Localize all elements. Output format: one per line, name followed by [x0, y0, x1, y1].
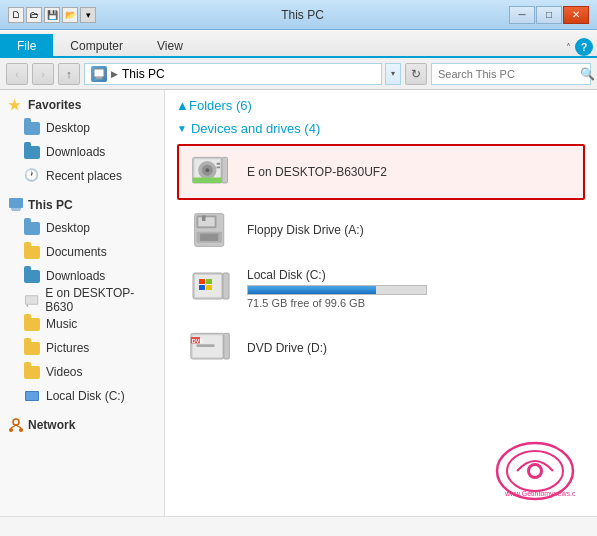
dvd-drive-icon: DVD	[189, 326, 233, 370]
svg-rect-23	[193, 178, 222, 184]
search-input[interactable]	[438, 68, 576, 80]
svg-text:DVD: DVD	[192, 338, 204, 344]
sidebar-item-documents[interactable]: Documents	[0, 240, 164, 264]
svg-rect-36	[199, 285, 205, 290]
device-info-c: Local Disk (C:) 71.5 GB free of 99.6 GB	[247, 268, 575, 309]
folders-header-text: Folders (6)	[189, 98, 252, 113]
sidebar-item-label: Documents	[46, 245, 107, 259]
ribbon-help-button[interactable]: ?	[575, 38, 593, 56]
address-bar: ‹ › ↑ ▶ This PC ▾ ↻ 🔍	[0, 58, 597, 90]
tab-file[interactable]: File	[0, 34, 53, 56]
sidebar-thispc-header[interactable]: This PC	[0, 194, 164, 216]
svg-rect-30	[200, 234, 218, 241]
status-bar	[0, 516, 597, 536]
sidebar-favorites-label: Favorites	[28, 98, 81, 112]
sidebar-item-music[interactable]: Music	[0, 312, 164, 336]
sidebar-item-local-disk[interactable]: Local Disk (C:)	[0, 384, 164, 408]
quick-access-icon1[interactable]: 🗋	[8, 7, 24, 23]
sidebar-item-e-drive[interactable]: E on DESKTOP-B630	[0, 288, 164, 312]
drive-bar-fill-c	[248, 286, 376, 294]
svg-rect-2	[95, 78, 103, 79]
folders-expand-icon: ▶	[176, 102, 187, 110]
device-icon-area-floppy	[187, 210, 235, 250]
search-box: 🔍	[431, 63, 591, 85]
svg-point-11	[13, 419, 19, 425]
svg-rect-33	[223, 273, 229, 299]
path-separator: ▶	[111, 69, 118, 79]
address-path[interactable]: ▶ This PC	[84, 63, 382, 85]
sidebar-favorites-header[interactable]: ★ Favorites	[0, 94, 164, 116]
sidebar-item-label: Downloads	[46, 269, 105, 283]
svg-point-13	[19, 428, 23, 432]
quick-access-icon4[interactable]: 📂	[62, 7, 78, 23]
device-item-dvd[interactable]: DVD DVD Drive (D:)	[177, 320, 585, 376]
title-bar: 🗋 🗁 💾 📂 ▾ This PC ─ □ ✕	[0, 0, 597, 30]
address-dropdown[interactable]: ▾	[385, 63, 401, 85]
drive-bar-bg-c	[247, 285, 427, 295]
device-info-floppy: Floppy Disk Drive (A:)	[247, 223, 575, 237]
device-item-floppy[interactable]: Floppy Disk Drive (A:)	[177, 204, 585, 256]
devices-section-header[interactable]: ▼ Devices and drives (4)	[177, 121, 585, 136]
nav-back-button[interactable]: ‹	[6, 63, 28, 85]
local-disk-icon	[24, 388, 40, 404]
tab-computer[interactable]: Computer	[53, 34, 140, 56]
quick-access-icon2[interactable]: 🗁	[26, 7, 42, 23]
tab-view[interactable]: View	[140, 34, 200, 56]
folders-section-header[interactable]: ▶ Folders (6)	[177, 98, 585, 113]
ribbon-right: ˄ ?	[566, 38, 597, 56]
window-title: This PC	[96, 8, 509, 22]
svg-rect-5	[12, 210, 20, 211]
close-button[interactable]: ✕	[563, 6, 589, 24]
sidebar-item-label: Local Disk (C:)	[46, 389, 125, 403]
documents-icon	[24, 246, 40, 259]
recent-places-icon: 🕐	[24, 168, 40, 184]
svg-rect-22	[217, 167, 221, 169]
sidebar-item-downloads-fav[interactable]: Downloads	[0, 140, 164, 164]
device-icon-area-e	[187, 150, 235, 194]
svg-point-47	[530, 466, 540, 476]
music-icon	[24, 318, 40, 331]
local-disk-c-icon	[191, 269, 231, 307]
sidebar-item-desktop-pc[interactable]: Desktop	[0, 216, 164, 240]
svg-rect-0	[94, 69, 104, 77]
favorites-star-icon: ★	[8, 97, 24, 113]
minimize-button[interactable]: ─	[509, 6, 535, 24]
quick-access-icon3[interactable]: 💾	[44, 7, 60, 23]
nav-up-button[interactable]: ↑	[58, 63, 80, 85]
this-pc-icon	[8, 197, 24, 213]
hdd-drive-icon	[189, 150, 233, 194]
sidebar-item-label: Downloads	[46, 145, 105, 159]
quick-access-dropdown[interactable]: ▾	[80, 7, 96, 23]
ribbon: File Computer View ˄ ?	[0, 30, 597, 58]
devices-header-text: Devices and drives (4)	[191, 121, 320, 136]
svg-rect-4	[11, 208, 21, 210]
svg-point-20	[206, 168, 210, 172]
sidebar-item-desktop-fav[interactable]: Desktop	[0, 116, 164, 140]
svg-text:www.Getintomynews.com: www.Getintomynews.com	[504, 490, 575, 498]
sidebar-item-recent[interactable]: 🕐 Recent places	[0, 164, 164, 188]
sidebar: ★ Favorites Desktop Downloads 🕐 Recent p…	[0, 90, 165, 516]
sidebar-item-label: Recent places	[46, 169, 122, 183]
path-pc-icon	[91, 66, 107, 82]
sidebar-item-pictures[interactable]: Pictures	[0, 336, 164, 360]
ribbon-expand-icon[interactable]: ˄	[566, 42, 571, 53]
refresh-button[interactable]: ↻	[405, 63, 427, 85]
device-item-e[interactable]: E on DESKTOP-B630UF2	[177, 144, 585, 200]
svg-rect-27	[198, 217, 214, 226]
nav-forward-button[interactable]: ›	[32, 63, 54, 85]
device-name-e: E on DESKTOP-B630UF2	[247, 165, 575, 179]
sidebar-item-downloads-pc[interactable]: Downloads	[0, 264, 164, 288]
content-area: ▶ Folders (6) ▼ Devices and drives (4)	[165, 90, 597, 516]
device-item-c[interactable]: Local Disk (C:) 71.5 GB free of 99.6 GB	[177, 260, 585, 316]
maximize-button[interactable]: □	[536, 6, 562, 24]
device-icon-area-dvd: DVD	[187, 326, 235, 370]
pictures-icon	[24, 342, 40, 355]
main-area: ★ Favorites Desktop Downloads 🕐 Recent p…	[0, 90, 597, 516]
device-icon-area-c	[187, 266, 235, 310]
downloads-folder-icon	[24, 146, 40, 159]
device-name-c: Local Disk (C:)	[247, 268, 575, 282]
search-icon[interactable]: 🔍	[580, 67, 595, 81]
sidebar-network-header[interactable]: Network	[0, 414, 164, 436]
sidebar-network-label: Network	[28, 418, 75, 432]
sidebar-item-videos[interactable]: Videos	[0, 360, 164, 384]
